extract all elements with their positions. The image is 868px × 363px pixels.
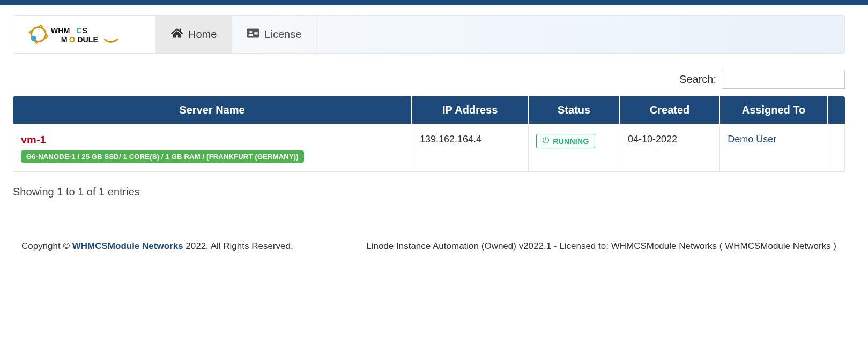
svg-text:WHM: WHM [51, 26, 70, 35]
id-card-icon [247, 27, 259, 42]
svg-text:DULE: DULE [77, 35, 98, 44]
table-info: Showing 1 to 1 of 1 entries [13, 186, 845, 198]
status-text: RUNNING [553, 137, 589, 146]
power-icon [542, 137, 550, 146]
table-row: vm-1 G6-NANODE-1 / 25 GB SSD/ 1 CORE(S) … [13, 125, 845, 172]
tab-home[interactable]: Home [156, 16, 232, 53]
tab-license-label: License [264, 28, 301, 41]
th-assigned-to[interactable]: Assigned To [720, 96, 828, 124]
server-name-link[interactable]: vm-1 [21, 134, 46, 146]
assigned-user-link[interactable]: Demo User [728, 134, 776, 145]
search-row: Search: [13, 70, 845, 89]
tab-home-label: Home [188, 28, 217, 41]
servers-table: Server Name IP Address Status Created As… [13, 95, 845, 173]
svg-text:S: S [83, 26, 88, 35]
footer-right: Linode Instance Automation (Owned) v2022… [366, 241, 836, 252]
svg-text:M: M [61, 35, 68, 44]
copyright-prefix: Copyright © [21, 241, 72, 251]
top-accent-bar [0, 0, 868, 5]
th-status[interactable]: Status [529, 96, 620, 124]
logo[interactable]: WHM C S M O DULE [13, 16, 156, 53]
search-input[interactable] [722, 70, 845, 89]
svg-text:O: O [69, 35, 75, 44]
main-nav: WHM C S M O DULE Home License [13, 15, 845, 54]
cell-created: 04-10-2022 [620, 125, 720, 172]
cell-ip: 139.162.164.4 [412, 125, 529, 172]
search-label: Search: [679, 73, 716, 86]
footer-left: Copyright © WHMCSModule Networks 2022. A… [21, 241, 293, 252]
cell-assigned-to: Demo User [720, 125, 828, 172]
cell-server-name: vm-1 G6-NANODE-1 / 25 GB SSD/ 1 CORE(S) … [13, 125, 412, 172]
th-created[interactable]: Created [620, 96, 720, 124]
th-server-name[interactable]: Server Name [13, 96, 412, 124]
cell-actions [828, 125, 845, 172]
status-badge: RUNNING [536, 134, 595, 148]
server-spec-badge: G6-NANODE-1 / 25 GB SSD/ 1 CORE(S) / 1 G… [21, 150, 304, 163]
th-actions [828, 96, 845, 124]
footer-brand[interactable]: WHMCSModule Networks [72, 241, 183, 251]
tab-license[interactable]: License [232, 16, 317, 53]
copyright-suffix: 2022. All Rights Reserved. [183, 241, 293, 251]
svg-point-1 [31, 36, 36, 41]
whmcs-module-logo: WHM C S M O DULE [28, 24, 140, 44]
cell-status: RUNNING [529, 125, 620, 172]
home-icon [171, 27, 183, 42]
footer: Copyright © WHMCSModule Networks 2022. A… [13, 241, 845, 264]
svg-text:C: C [76, 26, 81, 35]
th-ip-address[interactable]: IP Address [412, 96, 529, 124]
